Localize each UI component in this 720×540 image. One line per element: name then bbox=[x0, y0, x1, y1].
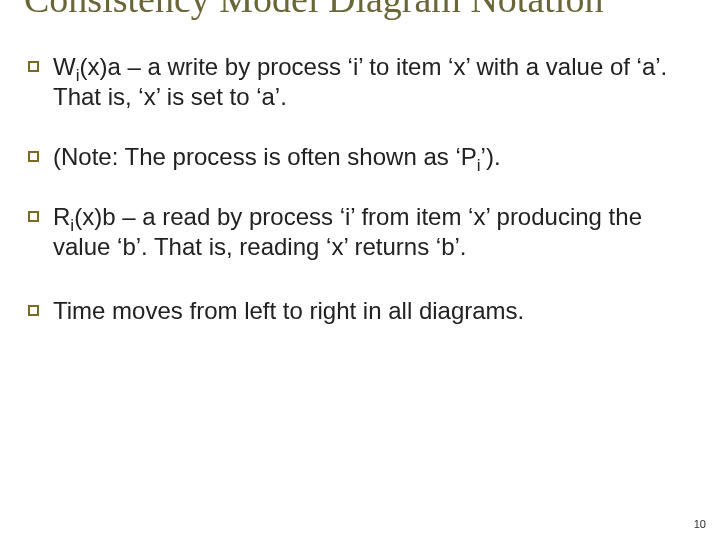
bullet-text: Ri(x)b – a read by process ‘i’ from item… bbox=[53, 202, 692, 262]
slide-number: 10 bbox=[694, 518, 706, 530]
bullet-text: Wi(x)a – a write by process ‘i’ to item … bbox=[53, 52, 692, 112]
bullet-item: Ri(x)b – a read by process ‘i’ from item… bbox=[28, 202, 692, 262]
bullet-text: (Note: The process is often shown as ‘Pi… bbox=[53, 142, 692, 172]
bullet-item: (Note: The process is often shown as ‘Pi… bbox=[28, 142, 692, 172]
square-bullet-icon bbox=[28, 151, 39, 162]
square-bullet-icon bbox=[28, 61, 39, 72]
slide-body: Wi(x)a – a write by process ‘i’ to item … bbox=[24, 52, 692, 326]
bullet-item: Wi(x)a – a write by process ‘i’ to item … bbox=[28, 52, 692, 112]
square-bullet-icon bbox=[28, 211, 39, 222]
bullet-item: Time moves from left to right in all dia… bbox=[28, 296, 692, 326]
square-bullet-icon bbox=[28, 305, 39, 316]
slide-title: Consistency Model Diagram Notation bbox=[24, 0, 692, 22]
bullet-text: Time moves from left to right in all dia… bbox=[53, 296, 692, 326]
